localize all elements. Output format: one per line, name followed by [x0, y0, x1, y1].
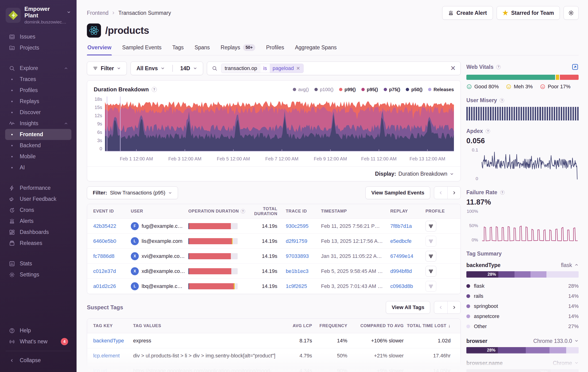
- transactions-filter-dropdown[interactable]: Filter: Slow Transactions (p95): [87, 186, 178, 199]
- tab-tags[interactable]: Tags: [172, 43, 184, 55]
- sidebar-item-user-feedback[interactable]: User Feedback: [5, 193, 71, 204]
- profile-button[interactable]: [426, 236, 436, 247]
- help-icon[interactable]: ?: [152, 87, 157, 92]
- env-daterange-group[interactable]: All Envs 14D: [131, 62, 203, 75]
- breadcrumb-parent[interactable]: Frontend: [87, 10, 108, 16]
- tag-key-link[interactable]: lcp.element: [93, 353, 133, 359]
- table-row: 42b35422Ffug@example.c…14.19s930c2595Feb…: [87, 219, 461, 234]
- prev-page-button[interactable]: [434, 187, 447, 199]
- sidebar-item-dashboards[interactable]: Dashboards: [5, 227, 71, 238]
- sidebar-item-help[interactable]: Help: [5, 325, 71, 336]
- env-selector[interactable]: All Envs: [136, 65, 158, 72]
- sidebar-item-explore[interactable]: Explore: [5, 63, 71, 74]
- org-logo[interactable]: [6, 8, 21, 23]
- event-id-link[interactable]: fc7886d8: [93, 253, 131, 259]
- replay-id-link[interactable]: 67499e14: [390, 253, 426, 259]
- tab-spans[interactable]: Spans: [194, 43, 210, 55]
- sidebar-item-settings[interactable]: Settings: [5, 269, 71, 280]
- sidebar-item-stats[interactable]: Stats: [5, 258, 71, 269]
- trace-id-link[interactable]: d2f91759: [286, 238, 321, 244]
- legend-percent: 27%: [568, 323, 579, 329]
- legend-item-p99[interactable]: p99(): [339, 87, 356, 92]
- tab-profiles[interactable]: Profiles: [266, 43, 285, 55]
- sidebar-item-crons[interactable]: Crons: [5, 204, 71, 216]
- open-web-vitals-icon[interactable]: [572, 64, 579, 70]
- view-sampled-events-button[interactable]: View Sampled Events: [365, 186, 430, 199]
- profile-button[interactable]: [426, 266, 436, 277]
- sidebar-item-issues[interactable]: Issues: [5, 31, 71, 42]
- filter-dropdown[interactable]: Filter: [87, 62, 127, 75]
- sort-desc-icon[interactable]: ↓: [448, 323, 451, 329]
- tab-replays[interactable]: Replays50+: [220, 43, 256, 55]
- view-all-tags-button[interactable]: View All Tags: [386, 301, 430, 314]
- misery-bar: [483, 107, 484, 120]
- tag-group-selector[interactable]: Chrome: [553, 360, 579, 366]
- display-selector[interactable]: Duration Breakdown: [399, 171, 454, 177]
- sidebar-item-ai[interactable]: AI: [5, 162, 71, 173]
- search-input[interactable]: transaction.op is pageload ✕ ✕: [207, 62, 461, 75]
- total-duration: 14.19s: [248, 223, 286, 229]
- trace-id-link[interactable]: 1c9f2625: [286, 283, 321, 289]
- help-icon[interactable]: ?: [486, 129, 490, 133]
- sidebar-item-label: Backend: [20, 142, 41, 149]
- search-clear-icon[interactable]: ✕: [450, 65, 456, 72]
- help-icon[interactable]: ?: [496, 65, 501, 69]
- sidebar-item-alerts[interactable]: Alerts: [5, 216, 71, 227]
- tag-key-link[interactable]: backendType: [93, 338, 133, 344]
- event-id-link[interactable]: a01d2c26: [93, 283, 131, 289]
- profile-button[interactable]: [426, 281, 436, 292]
- starred-for-team-button[interactable]: ★ Starred for Team: [497, 6, 560, 20]
- sidebar-item-releases[interactable]: Releases: [5, 238, 71, 249]
- search-token[interactable]: transaction.op is pageload ✕: [221, 64, 304, 73]
- event-id-link[interactable]: c012e37d: [93, 268, 131, 274]
- legend-item-p100[interactable]: p100(): [315, 87, 334, 92]
- legend-item-p95[interactable]: p95(): [361, 87, 378, 92]
- sidebar-item-frontend[interactable]: Frontend: [5, 129, 71, 140]
- tag-group-selector[interactable]: Chrome 133.0.0: [533, 338, 579, 344]
- profile-button[interactable]: [426, 251, 436, 262]
- sidebar-item-discover[interactable]: Discover: [5, 107, 71, 118]
- create-alert-button[interactable]: Create Alert: [442, 6, 493, 20]
- prev-page-button[interactable]: [434, 301, 447, 314]
- replay-id-link[interactable]: e5edbcfe: [390, 238, 426, 244]
- sidebar-item-traces[interactable]: Traces: [5, 74, 71, 85]
- profile-button[interactable]: [426, 221, 436, 232]
- legend-item-p75[interactable]: p75(): [384, 87, 400, 92]
- sidebar-item-projects[interactable]: Projects: [5, 42, 71, 53]
- replay-id-link[interactable]: c0963d8b: [390, 283, 426, 289]
- sidebar-item-replays[interactable]: Replays: [5, 96, 71, 107]
- duration-chart[interactable]: [105, 96, 454, 151]
- sidebar-item-performance[interactable]: Performance: [5, 182, 71, 193]
- help-icon[interactable]: ?: [500, 98, 504, 103]
- tag-group-selector[interactable]: flask: [561, 262, 579, 268]
- sidebar-item-what-s-new[interactable]: What's new4: [5, 336, 71, 347]
- legend-item-avg[interactable]: avg(): [293, 87, 309, 92]
- trace-id-link[interactable]: 97033893: [286, 253, 321, 259]
- column-header-avg-lcp: AVG LCP: [284, 323, 312, 328]
- tag-key-link[interactable]: lcp.url: [93, 368, 133, 372]
- event-id-link[interactable]: 6460e5b0: [93, 238, 131, 244]
- daterange-selector[interactable]: 14D: [180, 65, 190, 72]
- sidebar-item-backend[interactable]: Backend: [5, 140, 71, 151]
- settings-button[interactable]: [564, 6, 579, 20]
- next-page-button[interactable]: [447, 187, 461, 199]
- sidebar-item-insights[interactable]: Insights: [5, 118, 71, 129]
- tab-sampled-events[interactable]: Sampled Events: [122, 43, 162, 55]
- replay-id-link[interactable]: 7f8b7d1a: [390, 223, 426, 229]
- tab-aggregate-spans[interactable]: Aggregate Spans: [294, 43, 337, 55]
- trace-id-link[interactable]: 930c2595: [286, 223, 321, 229]
- sidebar-item-mobile[interactable]: Mobile: [5, 151, 71, 162]
- next-page-button[interactable]: [447, 301, 461, 314]
- token-remove-icon[interactable]: ✕: [296, 65, 302, 71]
- tab-overview[interactable]: Overview: [87, 43, 112, 55]
- sidebar-collapse[interactable]: Collapse: [5, 355, 71, 366]
- legend-item-releases[interactable]: Releases: [428, 87, 454, 92]
- replay-id-link[interactable]: d994bf8d: [390, 268, 426, 274]
- org-switcher[interactable]: Empower Plant dominik.buszowiec…: [0, 5, 77, 28]
- help-icon[interactable]: ?: [241, 209, 245, 213]
- sidebar-item-profiles[interactable]: Profiles: [5, 85, 71, 96]
- help-icon[interactable]: ?: [500, 190, 505, 195]
- legend-item-p50[interactable]: p50(): [406, 87, 422, 92]
- trace-id-link[interactable]: be1b1ec3: [286, 268, 321, 274]
- event-id-link[interactable]: 42b35422: [93, 223, 131, 229]
